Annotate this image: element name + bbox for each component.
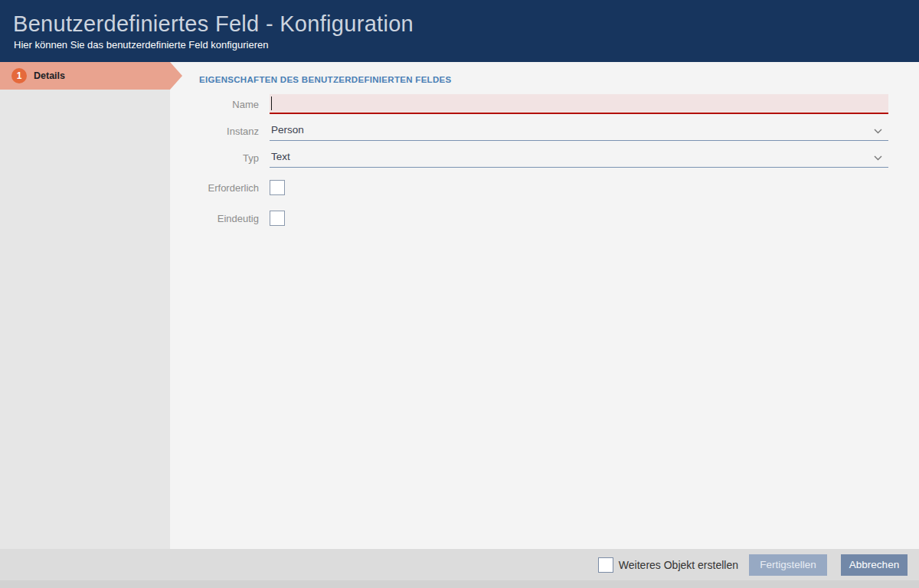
cancel-button[interactable]: Abbrechen (841, 554, 908, 576)
erforderlich-checkbox[interactable] (270, 180, 285, 195)
eindeutig-label: Eindeutig (199, 213, 259, 224)
create-another-label: Weiteres Objekt erstellen (619, 559, 738, 571)
erforderlich-label: Erforderlich (199, 182, 259, 194)
dialog-subtitle: Hier können Sie das benutzerdefinierte F… (14, 39, 904, 51)
dialog-header: Benutzerdefiniertes Feld - Konfiguration… (0, 0, 919, 62)
eindeutig-row: Eindeutig (199, 211, 888, 226)
wizard-step-details[interactable]: 1 Details (0, 62, 170, 90)
custom-field-form: Name Instanz Person Typ Text (199, 94, 888, 226)
dialog-body: 1 Details EIGENSCHAFTEN DES BENUTZERDEFI… (0, 62, 919, 549)
instanz-label: Instanz (199, 126, 259, 137)
text-caret (271, 96, 272, 110)
instanz-select[interactable]: Person (270, 121, 888, 141)
finish-button[interactable]: Fertigstellen (749, 554, 827, 576)
typ-row: Typ Text (199, 148, 888, 168)
section-heading: EIGENSCHAFTEN DES BENUTZERDEFINIERTEN FE… (199, 75, 888, 84)
dialog-title: Benutzerdefiniertes Feld - Konfiguration (13, 10, 904, 38)
erforderlich-row: Erforderlich (199, 180, 888, 195)
dialog-window: Benutzerdefiniertes Feld - Konfiguration… (0, 0, 919, 588)
typ-label: Typ (199, 152, 259, 164)
name-row: Name (199, 94, 888, 114)
form-panel: EIGENSCHAFTEN DES BENUTZERDEFINIERTEN FE… (170, 62, 919, 549)
chevron-down-icon (874, 129, 882, 134)
eindeutig-checkbox[interactable] (270, 211, 285, 226)
name-label: Name (199, 99, 259, 110)
step-number-badge: 1 (11, 68, 27, 83)
step-label: Details (34, 70, 65, 81)
typ-select[interactable]: Text (270, 148, 888, 168)
typ-selected-value: Text (271, 151, 290, 162)
step-arrow-icon (170, 62, 182, 90)
create-another-checkbox[interactable] (598, 557, 613, 573)
dialog-footer: Weiteres Objekt erstellen Fertigstellen … (0, 549, 919, 588)
wizard-steps-sidebar: 1 Details (0, 62, 170, 549)
instanz-row: Instanz Person (199, 121, 888, 141)
name-input[interactable] (270, 94, 888, 114)
chevron-down-icon (874, 155, 882, 161)
instanz-selected-value: Person (271, 124, 304, 136)
